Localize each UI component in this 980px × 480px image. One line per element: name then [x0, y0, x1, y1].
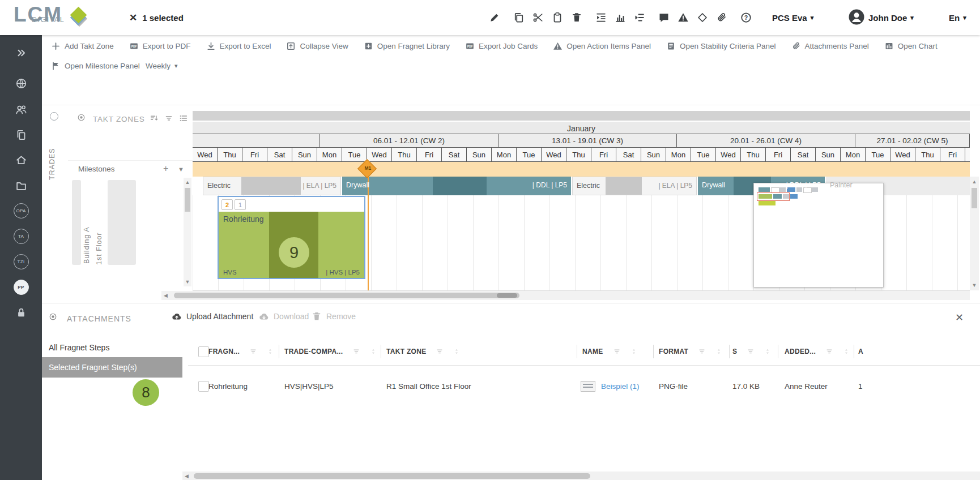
filter-icon[interactable]	[698, 348, 706, 355]
filter-icon[interactable]	[249, 348, 257, 355]
playlist-add-button[interactable]	[633, 11, 646, 24]
open-stability-criteria-panel-button[interactable]: Open Stability Criteria Panel	[666, 41, 776, 51]
trades-radio-icon[interactable]	[50, 112, 58, 121]
trade-bar-drywall[interactable]: Drywall | DDL | LP5	[342, 177, 571, 195]
add-takt-zone-button[interactable]: Add Takt Zone	[51, 41, 114, 51]
sidebar-item-opa[interactable]: OPA	[0, 203, 42, 218]
column-header-added_on[interactable]: A	[858, 337, 863, 366]
sidebar-item-pp[interactable]: PP	[0, 280, 42, 294]
attachments-horizontal-scrollbar[interactable]: ◀	[182, 472, 980, 480]
scrollbar-thumb[interactable]	[972, 188, 977, 208]
pencil-button[interactable]	[488, 11, 501, 24]
sidebar-item-home[interactable]	[0, 152, 42, 167]
filter-icon[interactable]	[352, 348, 360, 355]
open-milestone-panel-button[interactable]: Open Milestone Panel	[51, 61, 140, 71]
trash-button[interactable]	[570, 11, 583, 24]
panel-resize-grip[interactable]	[497, 293, 517, 298]
clear-selection-icon[interactable]: ✕	[129, 13, 137, 23]
copy-button[interactable]	[512, 11, 526, 24]
export-job-cards-button[interactable]: PDFExport Job Cards	[465, 41, 538, 51]
scrollbar-thumb[interactable]	[174, 293, 519, 298]
filter-icon[interactable]	[747, 348, 755, 355]
close-panel-icon[interactable]: ✕	[955, 311, 964, 324]
sort-ascending-icon[interactable]	[150, 114, 159, 125]
list-menu-icon[interactable]	[179, 114, 188, 125]
gantt-vertical-scrollbar[interactable]: ▲ ▼	[970, 177, 979, 290]
download-button[interactable]: Download	[259, 311, 309, 322]
column-header-trade[interactable]: TRADE-COMPA...	[284, 337, 377, 366]
column-header-takt_zone[interactable]: TAKT ZONE	[386, 337, 460, 366]
remove-button[interactable]: Remove	[312, 311, 356, 322]
chevron-down-icon[interactable]: ▼	[178, 166, 184, 173]
sidebar-item-docs[interactable]	[0, 127, 42, 142]
sort-updown-icon[interactable]	[630, 348, 637, 355]
attachments-panel-button[interactable]: Attachments Panel	[791, 41, 869, 51]
sort-updown-icon[interactable]	[764, 348, 771, 355]
attachments-radio-icon[interactable]	[49, 312, 57, 323]
task-warning-badge[interactable]: 2	[221, 199, 233, 210]
language-menu[interactable]: En▾	[949, 0, 966, 35]
export-to-pdf-button[interactable]: PDFExport to PDF	[129, 41, 191, 51]
scissors-button[interactable]	[531, 11, 545, 24]
open-chart-button[interactable]: Open Chart	[884, 41, 938, 51]
sidebar-item-ta[interactable]: TA	[0, 229, 42, 243]
task-attachment-badge[interactable]: 1	[235, 199, 246, 210]
scroll-left-icon[interactable]: ◀	[164, 293, 168, 298]
sidebar-item-lock[interactable]	[0, 305, 42, 320]
comment-button[interactable]	[657, 11, 671, 24]
clipboard-button[interactable]	[551, 11, 564, 24]
sort-updown-icon[interactable]	[715, 348, 722, 355]
stats-button[interactable]	[613, 11, 627, 24]
svg-text:PDF: PDF	[131, 45, 137, 48]
collapse-view-button[interactable]: Collapse View	[286, 41, 348, 51]
column-header-size[interactable]: S	[732, 337, 771, 366]
column-header-name[interactable]: NAME	[582, 337, 637, 366]
scroll-up-icon[interactable]: ▲	[970, 179, 979, 185]
add-milestone-button[interactable]: +	[163, 164, 168, 174]
column-header-format[interactable]: FORMAT	[659, 337, 722, 366]
sidebar-item-chevron-double-right[interactable]	[0, 45, 42, 60]
filter-icon[interactable]	[436, 348, 444, 355]
sort-updown-icon[interactable]	[370, 348, 377, 355]
user-menu[interactable]: John Doe▾	[848, 0, 914, 35]
gantt-horizontal-scrollbar[interactable]: ◀	[161, 291, 970, 300]
trade-bar-electric[interactable]: Electric | ELA | LP5	[203, 177, 341, 195]
task-rohrleitung[interactable]: 2 1 Rohrleitung 9 HVS | HVS | LP5	[218, 196, 365, 279]
scroll-left-icon[interactable]: ◀	[185, 473, 189, 479]
sort-updown-icon[interactable]	[267, 348, 274, 355]
filter-icon[interactable]	[825, 348, 833, 355]
attachment-thumbnail[interactable]	[581, 381, 595, 392]
select-all-checkbox[interactable]	[198, 346, 209, 357]
sidebar-item-tzi[interactable]: TZI	[0, 254, 42, 269]
takt-zones-radio-icon[interactable]	[77, 113, 86, 124]
filter-icon[interactable]	[613, 348, 621, 355]
paperclip-button[interactable]	[715, 11, 728, 24]
warning-button[interactable]	[676, 11, 690, 24]
indent-button[interactable]	[594, 11, 608, 24]
sort-updown-icon[interactable]	[843, 348, 850, 355]
column-header-fragnet[interactable]: FRAGN...	[208, 337, 274, 366]
open-fragnet-library-button[interactable]: Open Fragnet Library	[364, 41, 450, 51]
scroll-down-icon[interactable]: ▼	[184, 279, 191, 285]
sidebar-item-users[interactable]	[0, 102, 42, 117]
upload-attachment-button[interactable]: Upload Attachment	[172, 311, 253, 322]
help-button[interactable]: ?	[739, 11, 753, 24]
attachment-link[interactable]: Beispiel (1)	[601, 382, 640, 391]
project-menu[interactable]: PCS Eva▾	[772, 0, 813, 35]
filter-all-fragnet-steps[interactable]: All Fragnet Steps	[42, 337, 182, 357]
row-checkbox[interactable]	[198, 381, 209, 392]
open-action-items-panel-button[interactable]: Open Action Items Panel	[553, 41, 651, 51]
diamond-button[interactable]	[696, 11, 709, 24]
sidebar-item-folder[interactable]	[0, 178, 42, 193]
scroll-down-icon[interactable]: ▼	[970, 282, 979, 288]
filter-icon[interactable]	[164, 114, 173, 125]
column-header-added_by[interactable]: ADDED...	[785, 337, 850, 366]
gantt-minimap[interactable]	[753, 183, 884, 288]
export-to-excel-button[interactable]: Export to Excel	[206, 41, 271, 51]
trade-bar-electric[interactable]: Electric | ELA | LP5	[572, 177, 697, 195]
sort-updown-icon[interactable]	[453, 348, 460, 355]
sidebar-item-globe[interactable]	[0, 76, 42, 91]
scrollbar-thumb[interactable]	[194, 473, 590, 479]
filter-selected-fragnet-step-s[interactable]: Selected Fragnet Step(s)	[42, 357, 182, 378]
view-mode-select[interactable]: Weekly▾	[146, 57, 178, 75]
